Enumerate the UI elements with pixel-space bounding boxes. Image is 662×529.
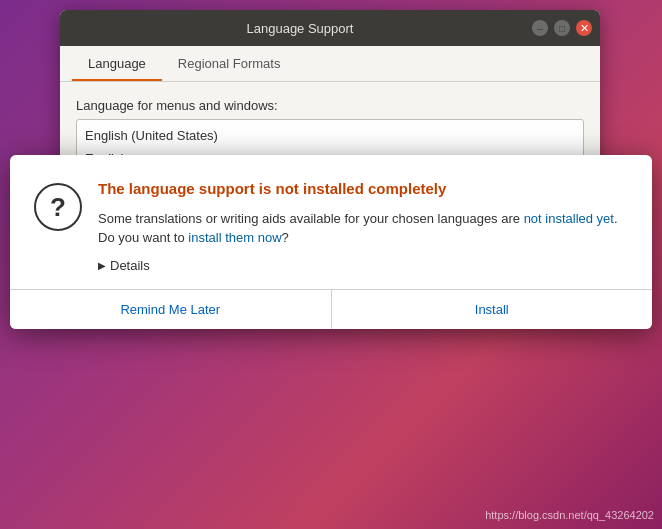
watermark: https://blog.csdn.net/qq_43264202 (485, 509, 654, 521)
section-label: Language for menus and windows: (76, 98, 584, 113)
arrow-right-icon: ▶ (98, 260, 106, 271)
title-bar: Language Support – □ ✕ (60, 10, 600, 46)
minimize-icon: – (537, 23, 543, 34)
minimize-button[interactable]: – (532, 20, 548, 36)
desc-part1: Some translations or writing aids availa… (98, 211, 524, 226)
dialog-body: ? The language support is not installed … (10, 155, 652, 289)
window-buttons: – □ ✕ (532, 20, 592, 36)
install-button[interactable]: Install (331, 290, 653, 329)
incomplete-language-dialog: ? The language support is not installed … (10, 155, 652, 329)
details-toggle[interactable]: ▶ Details (98, 258, 628, 273)
list-item[interactable]: English (United States) (77, 124, 583, 147)
desc-highlight2: install them now (188, 230, 281, 245)
tab-language[interactable]: Language (72, 46, 162, 81)
tab-bar: Language Regional Formats (60, 46, 600, 82)
desc-highlight1: not installed yet (524, 211, 614, 226)
dialog-text: The language support is not installed co… (98, 179, 628, 273)
dialog-actions: Remind Me Later Install (10, 290, 652, 329)
remind-later-button[interactable]: Remind Me Later (10, 290, 331, 329)
close-title-button[interactable]: ✕ (576, 20, 592, 36)
question-icon: ? (34, 183, 82, 231)
desc-part3: ? (282, 230, 289, 245)
close-icon: ✕ (580, 22, 589, 35)
dialog-title: The language support is not installed co… (98, 179, 628, 199)
tab-regional-formats[interactable]: Regional Formats (162, 46, 297, 81)
dialog-description: Some translations or writing aids availa… (98, 209, 628, 248)
window-title: Language Support (68, 21, 532, 36)
details-label: Details (110, 258, 150, 273)
maximize-icon: □ (559, 23, 565, 34)
maximize-button[interactable]: □ (554, 20, 570, 36)
